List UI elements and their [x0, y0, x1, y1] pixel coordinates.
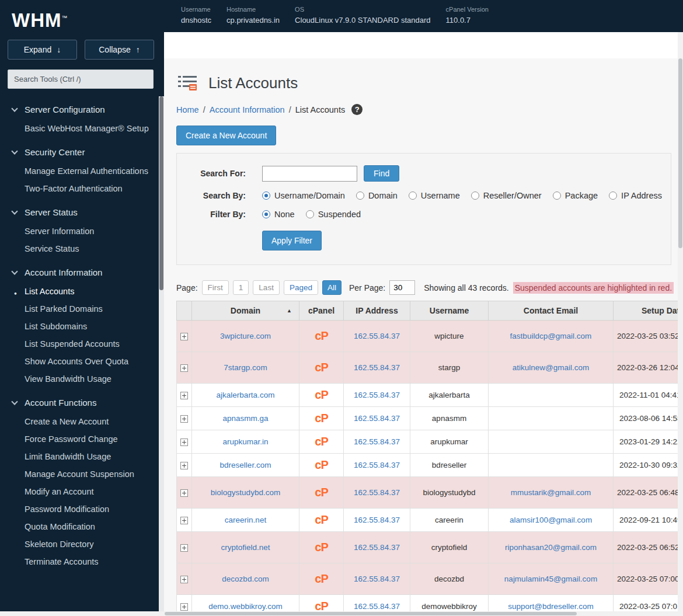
sidebar-item-manage-external-authentications[interactable]: Manage External Authentications — [0, 162, 164, 180]
page-1-button[interactable]: 1 — [233, 280, 249, 295]
row-expand-icon[interactable] — [180, 489, 188, 497]
sidebar-item-show-accounts-over-quota[interactable]: Show Accounts Over Quota — [0, 353, 164, 370]
domain-link[interactable]: apnasmm.ga — [222, 414, 268, 423]
col-setup-date[interactable]: Setup Date — [614, 301, 683, 321]
cpanel-logo-icon[interactable]: cP — [315, 458, 327, 471]
col-cpanel[interactable]: cPanel — [299, 301, 344, 321]
sidebar-item-manage-account-suspension[interactable]: Manage Account Suspension — [0, 465, 164, 483]
domain-link[interactable]: ajkalerbarta.com — [217, 391, 275, 399]
search-by-option-package[interactable]: Package — [553, 191, 598, 200]
first-page-button[interactable]: First — [202, 280, 229, 295]
sidebar-item-list-parked-domains[interactable]: List Parked Domains — [0, 300, 164, 318]
cpanel-logo-icon[interactable]: cP — [315, 541, 327, 554]
row-expand-icon[interactable] — [180, 333, 188, 340]
paged-button[interactable]: Paged — [284, 280, 318, 295]
sidebar-item-server-information[interactable]: Server Information — [0, 222, 164, 240]
email-link[interactable]: najmulamin45@gmail.com — [504, 575, 597, 583]
row-expand-icon[interactable] — [180, 603, 188, 611]
sidebar-item-create-a-new-account[interactable]: Create a New Account — [0, 413, 164, 430]
row-expand-icon[interactable] — [180, 576, 188, 583]
filter-by-option-none[interactable]: None — [262, 210, 295, 219]
col-username[interactable]: Username — [410, 301, 489, 321]
email-link[interactable]: riponhasan20@gmail.com — [505, 543, 597, 552]
collapse-button[interactable]: Collapse↑ — [85, 40, 154, 60]
ip-link[interactable]: 162.55.84.37 — [354, 437, 400, 446]
email-link[interactable]: fastbuildcp@gmail.com — [510, 332, 592, 340]
search-by-option-username-domain[interactable]: Username/Domain — [262, 191, 345, 200]
row-expand-icon[interactable] — [180, 392, 188, 399]
email-link[interactable]: support@bdreseller.com — [508, 602, 594, 611]
col-contact-email[interactable]: Contact Email — [489, 301, 614, 321]
row-expand-icon[interactable] — [180, 438, 188, 446]
sidebar-item-terminate-accounts[interactable]: Terminate Accounts — [0, 553, 164, 570]
sidebar-section-server-status[interactable]: Server Status — [0, 202, 164, 222]
domain-link[interactable]: biologystudybd.com — [211, 488, 280, 497]
sidebar-item-view-bandwidth-usage[interactable]: View Bandwidth Usage — [0, 370, 164, 388]
find-button[interactable]: Find — [364, 165, 399, 182]
row-expand-icon[interactable] — [180, 544, 188, 552]
sidebar-section-account-information[interactable]: Account Information — [0, 262, 164, 283]
ip-link[interactable]: 162.55.84.37 — [354, 488, 400, 497]
cpanel-logo-icon[interactable]: cP — [315, 361, 327, 374]
cpanel-logo-icon[interactable]: cP — [315, 486, 327, 499]
row-expand-icon[interactable] — [180, 415, 188, 423]
sidebar-item-password-modification[interactable]: Password Modification — [0, 500, 164, 518]
create-new-account-button[interactable]: Create a New Account — [176, 126, 276, 145]
sidebar-section-security-center[interactable]: Security Center — [0, 142, 164, 162]
search-tools-input[interactable] — [8, 69, 154, 89]
email-link[interactable]: alamsir100@gmail.com — [510, 516, 592, 524]
row-expand-icon[interactable] — [180, 462, 188, 469]
domain-link[interactable]: 3wpicture.com — [220, 332, 271, 340]
search-by-option-ip-address[interactable]: IP Address — [609, 191, 662, 200]
domain-link[interactable]: arupkumar.in — [222, 437, 268, 446]
sidebar-scrollbar[interactable] — [159, 96, 164, 611]
sidebar-item-basic-webhost-manager-setup[interactable]: Basic WebHost Manager® Setup — [0, 120, 164, 137]
vertical-scrollbar[interactable] — [678, 32, 683, 611]
search-input[interactable] — [262, 166, 357, 182]
ip-link[interactable]: 162.55.84.37 — [354, 414, 400, 423]
row-expand-icon[interactable] — [180, 517, 188, 524]
ip-link[interactable]: 162.55.84.37 — [354, 391, 400, 399]
search-by-option-reseller-owner[interactable]: Reseller/Owner — [471, 191, 542, 200]
domain-link[interactable]: decozbd.com — [222, 575, 269, 583]
cpanel-logo-icon[interactable]: cP — [315, 412, 327, 424]
sidebar-item-quota-modification[interactable]: Quota Modification — [0, 518, 164, 535]
cpanel-logo-icon[interactable]: cP — [315, 600, 327, 612]
cpanel-logo-icon[interactable]: cP — [315, 388, 327, 401]
sidebar-scrollbar-thumb[interactable] — [159, 96, 163, 290]
cpanel-logo-icon[interactable]: cP — [315, 435, 327, 448]
sidebar-section-account-functions[interactable]: Account Functions — [0, 392, 164, 413]
ip-link[interactable]: 162.55.84.37 — [354, 332, 400, 340]
vertical-scrollbar-thumb[interactable] — [678, 58, 682, 248]
breadcrumb-home-link[interactable]: Home — [176, 105, 199, 114]
sidebar-item-skeleton-directory[interactable]: Skeleton Directory — [0, 535, 164, 553]
sidebar-item-two-factor-authentication[interactable]: Two-Factor Authentication — [0, 180, 164, 197]
cpanel-logo-icon[interactable]: cP — [315, 572, 327, 585]
help-icon[interactable]: ? — [351, 104, 363, 115]
sidebar-section-server-configuration[interactable]: Server Configuration — [0, 99, 164, 120]
per-page-input[interactable] — [389, 280, 415, 295]
col-domain[interactable]: Domain▲ — [192, 301, 299, 321]
email-link[interactable]: atikulnew@gmail.com — [513, 363, 590, 372]
domain-link[interactable]: 7stargp.com — [224, 363, 267, 372]
domain-link[interactable]: demo.webbikroy.com — [208, 602, 283, 611]
expand-button[interactable]: Expand↓ — [8, 40, 77, 60]
cpanel-logo-icon[interactable]: cP — [315, 329, 327, 342]
ip-link[interactable]: 162.55.84.37 — [354, 543, 400, 552]
search-by-option-username[interactable]: Username — [409, 191, 460, 200]
sidebar-item-modify-an-account[interactable]: Modify an Account — [0, 483, 164, 500]
cpanel-logo-icon[interactable]: cP — [315, 513, 327, 526]
apply-filter-button[interactable]: Apply Filter — [262, 231, 322, 250]
sidebar-item-list-suspended-accounts[interactable]: List Suspended Accounts — [0, 335, 164, 353]
breadcrumb-account-information-link[interactable]: Account Information — [210, 105, 285, 114]
sidebar-item-list-subdomains[interactable]: List Subdomains — [0, 318, 164, 335]
ip-link[interactable]: 162.55.84.37 — [354, 516, 400, 524]
sidebar-item-limit-bandwidth-usage[interactable]: Limit Bandwidth Usage — [0, 448, 164, 465]
row-expand-icon[interactable] — [180, 364, 188, 372]
ip-link[interactable]: 162.55.84.37 — [354, 363, 400, 372]
sidebar-item-force-password-change[interactable]: Force Password Change — [0, 430, 164, 448]
last-page-button[interactable]: Last — [253, 280, 280, 295]
domain-link[interactable]: careerin.net — [225, 516, 266, 524]
domain-link[interactable]: bdreseller.com — [220, 461, 271, 469]
filter-by-option-suspended[interactable]: Suspended — [306, 210, 361, 219]
